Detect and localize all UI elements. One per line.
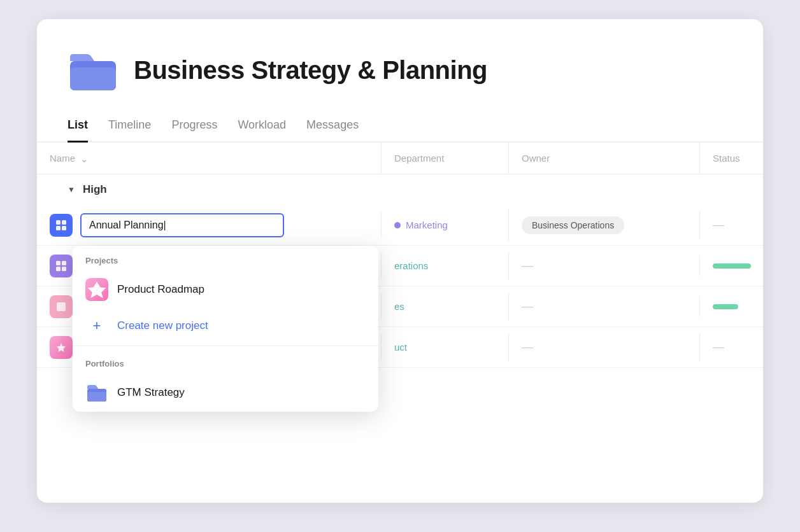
group-label: High (83, 183, 107, 196)
dropdown-item-gtm-strategy[interactable]: GTM Strategy (73, 374, 378, 412)
svg-rect-11 (56, 267, 61, 271)
table-row: Marketing Business Operations — (37, 205, 763, 246)
owner-dash: — (522, 300, 533, 312)
dropdown-item-product-roadmap[interactable]: Product Roadmap (73, 270, 378, 309)
folder-icon (68, 45, 118, 95)
column-owner: Owner (508, 143, 699, 174)
row-owner-cell: — (508, 251, 699, 280)
task-name-input[interactable] (80, 213, 284, 237)
row-status-cell (699, 256, 763, 276)
tab-messages[interactable]: Messages (306, 111, 359, 143)
group-header-high: ▼ High (37, 174, 763, 205)
svg-rect-3 (62, 220, 66, 225)
dept-partial: es (394, 301, 404, 312)
row-status-cell (699, 297, 763, 317)
svg-rect-12 (62, 267, 66, 271)
svg-rect-9 (56, 261, 61, 265)
dropdown-portfolios-label: Portfolios (73, 349, 378, 374)
autocomplete-dropdown: Projects Product Roadmap + Create new pr… (73, 246, 378, 412)
row-owner-cell: — (508, 292, 699, 321)
page-header: Business Strategy & Planning (37, 19, 763, 111)
owner-dash: — (522, 340, 533, 353)
row-department-cell: Marketing (381, 212, 508, 238)
tab-workload[interactable]: Workload (238, 111, 286, 143)
status-bar-short (713, 304, 738, 309)
row-app-icon (50, 336, 73, 359)
svg-rect-2 (56, 220, 61, 225)
row-owner-cell: Business Operations (508, 209, 699, 242)
row-app-icon (50, 214, 73, 237)
status-dash: — (713, 340, 724, 354)
dept-partial: uct (394, 342, 407, 353)
create-new-project-button[interactable]: + Create new project (73, 309, 378, 343)
row-department-cell: es (381, 293, 508, 319)
row-app-icon (50, 295, 73, 318)
dept-label: Marketing (406, 220, 448, 230)
row-department-cell: erations (381, 253, 508, 279)
row-name-cell (37, 206, 381, 245)
svg-marker-6 (88, 281, 106, 298)
dropdown-projects-label: Projects (73, 246, 378, 270)
tab-timeline[interactable]: Timeline (108, 111, 151, 143)
product-roadmap-icon (85, 278, 108, 301)
column-name[interactable]: Name ⌄ (37, 143, 381, 174)
table-body: Marketing Business Operations — Projects… (37, 205, 763, 368)
svg-rect-4 (56, 226, 61, 230)
svg-rect-10 (62, 261, 66, 265)
tab-bar: List Timeline Progress Workload Messages (37, 111, 763, 143)
status-bar (713, 263, 751, 269)
chevron-down-icon: ⌄ (80, 153, 90, 164)
table-header: Name ⌄ Department Owner Status (37, 143, 763, 174)
owner-badge: Business Operations (522, 216, 624, 234)
row-app-icon (50, 255, 73, 277)
folder-small-icon (85, 381, 108, 404)
row-owner-cell: — (508, 333, 699, 361)
collapse-arrow-icon[interactable]: ▼ (68, 185, 75, 194)
dept-dot-icon (394, 222, 401, 228)
column-status: Status (699, 143, 763, 174)
page-title: Business Strategy & Planning (134, 56, 487, 85)
status-dash: — (713, 218, 724, 232)
dropdown-divider (73, 346, 378, 346)
svg-rect-1 (70, 67, 116, 90)
tab-progress[interactable]: Progress (171, 111, 217, 143)
row-status-cell: — (699, 211, 763, 239)
svg-marker-14 (57, 343, 66, 352)
svg-rect-5 (62, 226, 66, 230)
owner-dash: — (522, 259, 533, 272)
row-status-cell: — (699, 333, 763, 361)
dropdown-item-label: GTM Strategy (117, 386, 185, 399)
dept-partial: erations (394, 260, 428, 271)
create-new-label: Create new project (117, 319, 208, 332)
svg-rect-8 (87, 392, 106, 402)
column-department: Department (381, 143, 508, 174)
dropdown-item-label: Product Roadmap (117, 283, 204, 296)
row-department-cell: uct (381, 334, 508, 360)
tab-list[interactable]: List (68, 111, 88, 143)
svg-rect-13 (57, 302, 66, 311)
plus-icon: + (85, 318, 108, 334)
